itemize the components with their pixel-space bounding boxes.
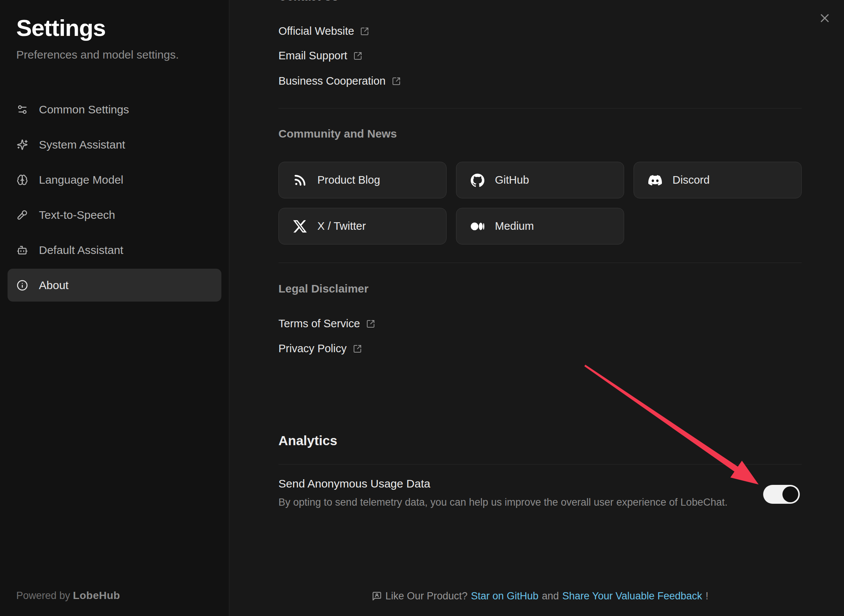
product-blog-button[interactable]: Product Blog [278,162,447,198]
page-title: Settings [16,14,106,41]
sidebar-item-label: Text-to-Speech [39,209,115,221]
link-label: Privacy Policy [278,342,347,355]
x-twitter-button[interactable]: X / Twitter [278,208,447,245]
medium-button[interactable]: Medium [456,208,624,245]
email-support-link[interactable]: Email Support [278,50,362,62]
settings-modal: Settings Preferences and model settings.… [0,0,844,616]
sidebar-item-label: About [39,279,68,292]
discord-button[interactable]: Discord [634,162,802,198]
bot-icon [17,245,28,256]
close-icon [818,11,832,25]
privacy-policy-link[interactable]: Privacy Policy [278,342,362,355]
github-button[interactable]: GitHub [456,162,624,198]
external-link-icon [360,27,369,36]
sidebar-item-label: Language Model [39,173,124,186]
link-label: Official Website [278,25,354,37]
send-usage-data-label: Send Anonymous Usage Data [278,477,430,490]
about-panel: Contact Us Official Website Email Suppor… [229,0,844,616]
sidebar-item-language-model[interactable]: Language Model [8,163,221,196]
toggle-knob [782,486,798,502]
contact-us-heading: Contact Us [278,0,338,3]
lobehub-brand: LobeHub [73,590,120,601]
send-usage-data-toggle[interactable] [763,485,800,504]
footer-text: Like Our Product? [385,590,468,602]
footer-text: and [542,590,559,602]
button-label: Medium [495,220,534,232]
sidebar-item-label: System Assistant [39,138,125,151]
sidebar-item-text-to-speech[interactable]: Text-to-Speech [8,198,221,231]
link-label: Business Cooperation [278,75,386,87]
official-website-link[interactable]: Official Website [278,25,369,37]
analytics-heading: Analytics [278,433,337,448]
rss-icon [293,173,307,187]
github-icon [471,173,484,187]
brain-icon [17,174,28,186]
page-subtitle: Preferences and model settings. [16,48,179,61]
settings-menu: Common Settings System Assistant [8,93,221,304]
discord-icon [648,173,662,187]
sidebar-item-common-settings[interactable]: Common Settings [8,93,221,126]
business-cooperation-link[interactable]: Business Cooperation [278,75,401,87]
sliders-icon [17,104,28,115]
link-label: Terms of Service [278,317,360,330]
link-label: Email Support [278,50,347,62]
community-buttons: Product Blog GitHub Discord X / Twitter [278,162,802,245]
legal-heading: Legal Disclaimer [278,282,368,295]
powered-by-text: Powered by [16,590,70,601]
sparkles-icon [17,139,28,150]
terms-of-service-link[interactable]: Terms of Service [278,317,375,330]
section-divider [278,108,802,108]
settings-sidebar: Settings Preferences and model settings.… [0,0,229,616]
external-link-icon [353,344,362,353]
send-usage-data-description: By opting to send telemetry data, you ca… [278,497,728,508]
button-label: Product Blog [317,174,380,186]
sidebar-item-default-assistant[interactable]: Default Assistant [8,234,221,266]
footer-text: ! [706,590,709,602]
external-link-icon [392,77,401,86]
sidebar-item-label: Default Assistant [39,244,123,257]
sidebar-item-system-assistant[interactable]: System Assistant [8,128,221,161]
feedback-bubble-icon [372,591,382,601]
external-link-icon [353,51,362,60]
button-label: GitHub [495,174,529,186]
button-label: Discord [672,174,710,186]
feedback-footer: Like Our Product? Star on GitHub and Sha… [278,590,802,602]
button-label: X / Twitter [317,220,366,232]
external-link-icon [366,319,375,328]
close-button[interactable] [818,11,832,25]
section-divider [278,464,802,464]
info-icon [17,280,28,291]
microphone-icon [17,209,28,221]
section-divider [278,263,802,263]
community-heading: Community and News [278,127,397,140]
star-on-github-link[interactable]: Star on GitHub [471,590,539,602]
x-twitter-icon [293,220,307,233]
medium-icon [471,220,484,233]
sidebar-item-about[interactable]: About [8,269,221,302]
share-feedback-link[interactable]: Share Your Valuable Feedback [562,590,702,602]
powered-by: Powered by LobeHub [16,590,120,602]
sidebar-item-label: Common Settings [39,103,129,116]
